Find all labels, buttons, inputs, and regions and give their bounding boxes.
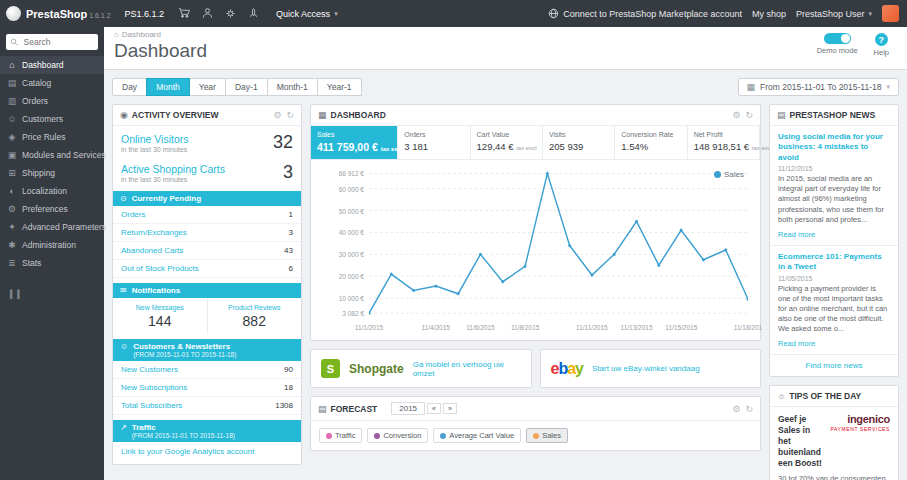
sales-chart: Sales 66 912 €60 000 €50 000 €40 000 €30… (311, 160, 760, 340)
read-more-link[interactable]: Read more (778, 339, 815, 348)
panel-settings-icon[interactable]: ⚙ (273, 110, 281, 120)
demo-mode-toggle[interactable] (824, 33, 851, 44)
sidebar-item-icon: ≣ (7, 258, 17, 268)
date-filter-button[interactable]: Year (189, 78, 226, 96)
dashboard-panel-title: DASHBOARD (331, 110, 386, 120)
date-filter-button[interactable]: Year-1 (317, 78, 362, 96)
find-more-news-link[interactable]: Find more news (770, 355, 898, 376)
google-analytics-link[interactable]: Link to your Google Analytics account (113, 442, 301, 464)
kpi-label: Cart Value (477, 131, 536, 138)
tips-headline: Geef je Sales in het buitenland een Boos… (778, 414, 824, 469)
notifications-grid: New Messages 144 Product Reviews 882 (113, 298, 301, 334)
customers-row-label[interactable]: Total Subscribers (121, 401, 182, 410)
my-shop-link[interactable]: My shop (752, 9, 786, 19)
sidebar-item[interactable]: ✦ Advanced Parameters (0, 218, 104, 236)
x-tick-label: 11/6/2015 (466, 324, 494, 331)
kpi-box[interactable]: Orders 3 181 (398, 126, 470, 159)
sidebar-item[interactable]: ◈ Price Rules (0, 128, 104, 146)
panel-refresh-icon[interactable]: ↻ (745, 404, 753, 414)
rocket-icon[interactable] (247, 7, 260, 20)
customers-row-label[interactable]: New Customers (121, 365, 178, 374)
kpi-box[interactable]: Cart Value 129,44 € tax excl. (471, 126, 543, 159)
services-gear-icon[interactable] (224, 7, 237, 20)
customers-row-label[interactable]: New Subscriptions (121, 383, 187, 392)
kpi-box[interactable]: Net Profit 148 918,51 € tax excl. (688, 126, 760, 159)
tips-panel-title: TIPS OF THE DAY (789, 391, 861, 401)
pending-row-label[interactable]: Out of Stock Products (121, 264, 199, 273)
date-filter-button[interactable]: Month (146, 78, 190, 96)
sidebar-item[interactable]: ⊞ Shipping (0, 164, 104, 182)
cart-icon[interactable] (178, 7, 191, 20)
forecast-legend: Traffic Conversion Average Cart Value (311, 421, 760, 450)
forecast-legend-button[interactable]: Conversion (367, 428, 428, 443)
sidebar-item[interactable]: ◐ Localization (0, 182, 104, 200)
sidebar-item[interactable]: ▣ Modules and Services (0, 146, 104, 164)
kpi-value: 129,44 € tax excl. (477, 141, 536, 152)
ebay-ad[interactable]: ebay Start uw eBay-winkel vandaag (540, 349, 762, 388)
sidebar-item[interactable]: ≣ Stats (0, 254, 104, 272)
panel-settings-icon[interactable]: ⚙ (732, 110, 740, 120)
sidebar-item-label: Preferences (22, 204, 68, 214)
pending-row-label[interactable]: Return/Exchanges (121, 228, 187, 237)
forecast-legend-button[interactable]: Traffic (319, 428, 362, 443)
ebay-logo-letter: y (575, 360, 583, 377)
forecast-panel-title: FORECAST (331, 404, 378, 414)
kpi-box[interactable]: Sales 411 759,00 € tax excl. (311, 126, 398, 159)
marketplace-link[interactable]: Connect to PrestaShop Marketplace accoun… (548, 8, 742, 19)
sidebar-item[interactable]: ⚙ Preferences (0, 200, 104, 218)
shopgate-link[interactable]: Ga mobiel en verhoog uw omzet (413, 360, 521, 378)
news-article-excerpt: In 2015, social media are an integral pa… (778, 174, 890, 225)
shopgate-ad[interactable]: S Shopgate Ga mobiel en verhoog uw omzet (310, 349, 532, 388)
notification-cell[interactable]: New Messages 144 (113, 298, 207, 334)
kpi-box[interactable]: Visits 205 939 (543, 126, 615, 159)
sidebar-collapse-button[interactable]: ▍▍ (0, 284, 104, 305)
prestashop-admin: PrestaShop 1.6.1.2 PS1.6.1.2 Quick Acces… (0, 0, 907, 480)
sidebar: ⌂ Dashboard ▤ Catalog ▥ Orders ☺ Custome… (0, 27, 104, 480)
customers-icon[interactable] (201, 7, 214, 20)
notification-cell[interactable]: Product Reviews 882 (207, 298, 302, 334)
date-filter-button[interactable]: Month-1 (267, 78, 318, 96)
panel-settings-icon[interactable]: ⚙ (732, 404, 740, 414)
forecast-prev-button[interactable]: « (427, 403, 441, 414)
read-more-link[interactable]: Read more (778, 230, 815, 239)
news-article-link[interactable]: Ecommerce 101: Payments in a Tweet (778, 252, 890, 273)
date-range-picker[interactable]: ▦ From 2015-11-01 To 2015-11-18 ▾ (738, 78, 899, 96)
sidebar-item[interactable]: ▥ Orders (0, 92, 104, 110)
quick-access-menu[interactable]: Quick Access ▾ (270, 9, 344, 19)
forecast-legend-button[interactable]: Sales (526, 428, 568, 443)
sidebar-item[interactable]: ☺ Customers (0, 110, 104, 128)
pending-row-label[interactable]: Abandoned Carts (121, 246, 183, 255)
user-menu[interactable]: PrestaShop User ▾ (796, 9, 872, 19)
live-stat-label[interactable]: Online Visitors (121, 133, 189, 145)
kpi-label: Net Profit (694, 131, 753, 138)
sidebar-item[interactable]: ⌂ Dashboard (0, 56, 104, 74)
panel-refresh-icon[interactable]: ↻ (286, 110, 294, 120)
chevron-down-icon: ▾ (334, 10, 338, 18)
sidebar-item[interactable]: ✱ Administration (0, 236, 104, 254)
toggle-knob (841, 34, 850, 43)
live-stat-value: 32 (273, 132, 293, 153)
sidebar-item[interactable]: ▤ Catalog (0, 74, 104, 92)
filter-row: DayMonthYearDay-1Month-1Year-1 ▦ From 20… (112, 78, 899, 96)
sidebar-search[interactable] (6, 34, 98, 50)
forecast-next-button[interactable]: » (443, 403, 457, 414)
ebay-link[interactable]: Start uw eBay-winkel vandaag (592, 364, 700, 373)
live-stat-label[interactable]: Active Shopping Carts (121, 163, 225, 175)
pending-row-label[interactable]: Orders (121, 210, 145, 219)
search-input[interactable] (22, 36, 94, 48)
user-avatar[interactable] (882, 5, 899, 22)
date-filter-button[interactable]: Day-1 (225, 78, 268, 96)
notification-label: Product Reviews (212, 304, 298, 311)
help-icon[interactable]: ? (875, 33, 888, 46)
legend-dot-icon (533, 433, 539, 439)
date-filter-button[interactable]: Day (112, 78, 147, 96)
news-article-link[interactable]: Using social media for your business: 4 … (778, 132, 890, 163)
forecast-legend-button[interactable]: Average Cart Value (433, 428, 521, 443)
panel-refresh-icon[interactable]: ↻ (745, 110, 753, 120)
breadcrumb[interactable]: ⌂ Dashboard (114, 30, 207, 39)
sidebar-menu: ⌂ Dashboard ▤ Catalog ▥ Orders ☺ Custome… (0, 56, 104, 272)
dashboard-grid-icon: ▦ (318, 110, 327, 120)
notification-label: New Messages (117, 304, 203, 311)
kpi-box[interactable]: Conversion Rate 1.54% (615, 126, 687, 159)
prestashop-logo[interactable]: PrestaShop 1.6.1.2 (6, 6, 111, 21)
